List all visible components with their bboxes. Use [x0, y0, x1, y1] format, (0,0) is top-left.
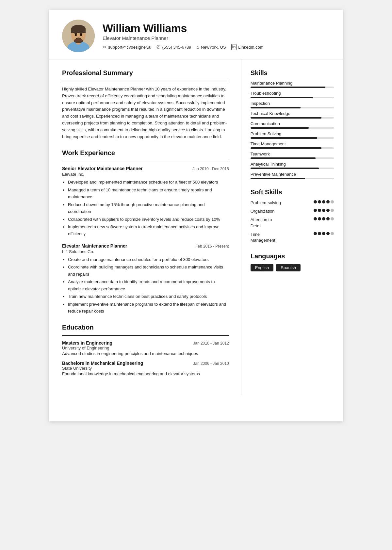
- skill-bar-fill: [251, 147, 321, 149]
- soft-skill-item: TimeManagement: [251, 232, 334, 243]
- skill-bar-bg: [251, 157, 334, 159]
- header: William Williams Elevator Maintenance Pl…: [49, 10, 343, 59]
- summary-text: Highly skilled Elevator Maintenance Plan…: [62, 86, 229, 140]
- bullet-item: Train new maintenance technicians on bes…: [68, 293, 229, 300]
- dot: [314, 209, 317, 212]
- soft-skill-item: Organization: [251, 208, 334, 214]
- edu-school: State University: [62, 366, 229, 371]
- resume-page: William Williams Elevator Maintenance Pl…: [49, 10, 343, 421]
- bullet-item: Managed a team of 10 maintenance technic…: [68, 186, 229, 201]
- dot: [331, 217, 334, 220]
- skill-bar-fill: [251, 117, 321, 119]
- soft-skill-name: Problem-solving: [251, 200, 311, 206]
- edu-header: Bachelors in Mechanical Engineering Jan …: [62, 361, 229, 366]
- soft-skills-container: Problem-solving Organization Attention t…: [251, 200, 334, 243]
- header-info: William Williams Elevator Maintenance Pl…: [103, 22, 330, 50]
- skill-name: Technical Knowledge: [251, 111, 334, 116]
- edu-school: University of Engineering: [62, 346, 229, 350]
- skill-bar-bg: [251, 147, 334, 149]
- dot: [318, 232, 321, 235]
- bullet-item: Implemented a new software system to tra…: [68, 223, 229, 237]
- svg-point-8: [80, 34, 82, 36]
- skill-item: Technical Knowledge: [251, 111, 334, 119]
- dot: [331, 200, 334, 203]
- dot: [314, 200, 317, 203]
- education-title: Education: [62, 324, 229, 331]
- bullet-item: Create and manage maintenance schedules …: [68, 256, 229, 263]
- skill-bar-bg: [251, 97, 334, 98]
- bullet-item: Coordinate with building managers and te…: [68, 264, 229, 278]
- svg-rect-9: [74, 33, 77, 34]
- summary-section: Professional Summary Highly skilled Elev…: [62, 69, 229, 140]
- header-contacts: ✉ support@cvdesigner.ai ✆ (555) 345-6789…: [103, 44, 330, 50]
- dot: [318, 217, 321, 220]
- education-section: Education Masters in Engineering Jan 201…: [62, 324, 229, 376]
- skill-item: Inspection: [251, 101, 334, 108]
- language-tags: EnglishSpanish: [251, 264, 334, 271]
- avatar: [62, 20, 95, 52]
- bullet-item: Developed and implemented maintenance sc…: [68, 179, 229, 186]
- soft-skill-name: TimeManagement: [251, 232, 311, 243]
- dot: [318, 200, 321, 203]
- skill-bar-bg: [251, 87, 334, 88]
- edu-desc: Foundational knowledge in mechanical eng…: [62, 371, 229, 376]
- skill-name: Problem Solving: [251, 131, 334, 136]
- svg-rect-10: [80, 33, 82, 34]
- contact-email: ✉ support@cvdesigner.ai: [103, 44, 151, 50]
- language-tag: English: [251, 264, 274, 271]
- dot: [314, 232, 317, 235]
- skill-bar-bg: [251, 178, 334, 179]
- contact-phone: ✆ (555) 345-6789: [156, 44, 191, 50]
- dots: [314, 217, 334, 220]
- bullet-item: Reduced downtime by 15% through proactiv…: [68, 201, 229, 215]
- soft-skill-name: Organization: [251, 208, 311, 214]
- skill-item: Maintenance Planning: [251, 81, 334, 88]
- phone-icon: ✆: [156, 44, 160, 50]
- skill-item: Time Management: [251, 141, 334, 149]
- dot: [326, 232, 330, 235]
- skill-bar-bg: [251, 168, 334, 169]
- skills-container: Maintenance Planning Troubleshooting Ins…: [251, 81, 334, 179]
- skill-name: Inspection: [251, 101, 334, 106]
- dot: [322, 209, 325, 212]
- job-company: Lift Solutions Co.: [62, 249, 229, 254]
- skill-item: Preventive Maintenance: [251, 172, 334, 179]
- skill-name: Maintenance Planning: [251, 81, 334, 86]
- skill-item: Teamwork: [251, 152, 334, 159]
- svg-rect-5: [71, 29, 86, 33]
- skills-title: Skills: [251, 69, 334, 77]
- contact-linkedin: in LinkedIn.com: [231, 44, 264, 50]
- education-divider: [62, 335, 229, 336]
- job-item: Elevator Maintenance Planner Feb 2016 - …: [62, 243, 229, 315]
- skill-bar-fill: [251, 137, 317, 139]
- summary-divider: [62, 81, 229, 81]
- skill-item: Troubleshooting: [251, 91, 334, 98]
- job-title: Senior Elevator Maintenance Planner: [62, 166, 143, 171]
- soft-skill-name: Attention toDetail: [251, 217, 311, 229]
- skill-bar-bg: [251, 107, 334, 108]
- main-column: Professional Summary Highly skilled Elev…: [49, 59, 241, 395]
- jobs-container: Senior Elevator Maintenance Planner Jan …: [62, 166, 229, 315]
- job-header: Elevator Maintenance Planner Feb 2016 - …: [62, 243, 229, 249]
- skill-bar-bg: [251, 137, 334, 139]
- soft-skill-item: Problem-solving: [251, 200, 334, 206]
- skill-name: Teamwork: [251, 152, 334, 156]
- header-title: Elevator Maintenance Planner: [103, 35, 330, 41]
- skill-bar-bg: [251, 127, 334, 129]
- dot: [322, 200, 325, 203]
- skill-item: Communication: [251, 121, 334, 129]
- phone-text: (555) 345-6789: [162, 45, 191, 50]
- dots: [314, 200, 334, 203]
- languages-section: Languages EnglishSpanish: [251, 252, 334, 271]
- bullet-item: Collaborated with suppliers to optimize …: [68, 216, 229, 223]
- location-icon: ⌂: [196, 44, 199, 50]
- edu-dates: Jan 2010 - Jan 2012: [193, 341, 229, 346]
- linkedin-text: LinkedIn.com: [238, 45, 263, 50]
- skill-name: Communication: [251, 121, 334, 126]
- skill-bar-fill: [251, 107, 301, 108]
- edu-item: Masters in Engineering Jan 2010 - Jan 20…: [62, 340, 229, 356]
- job-dates: Jan 2010 - Dec 2015: [192, 167, 229, 171]
- skill-name: Preventive Maintenance: [251, 172, 334, 177]
- dots: [314, 208, 334, 212]
- language-tag: Spanish: [276, 264, 301, 271]
